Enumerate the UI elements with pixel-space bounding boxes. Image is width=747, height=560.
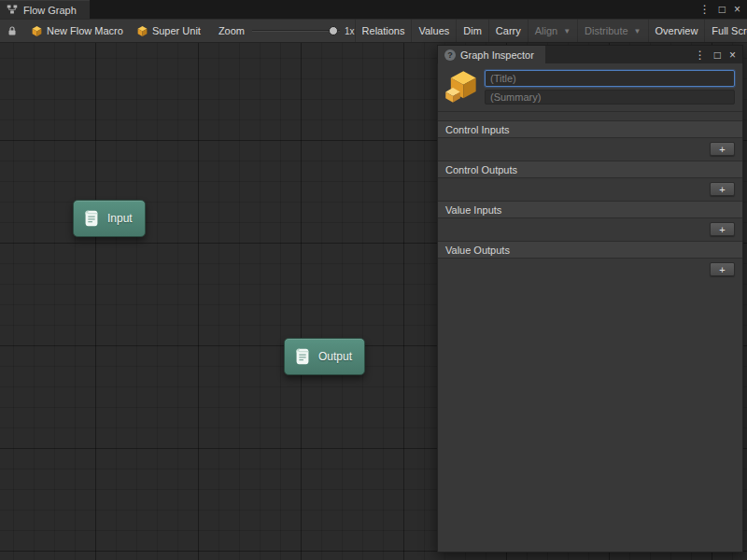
unit-scroll-icon [292, 346, 313, 367]
zoom-value: 1x [345, 26, 355, 36]
overview-button[interactable]: Overview [648, 20, 705, 42]
align-dropdown-arrow-icon: ▼ [563, 27, 571, 35]
window-close-icon[interactable]: × [734, 4, 740, 15]
window-controls: ⋮ □ × [699, 0, 747, 19]
node-input-label: Input [107, 212, 133, 225]
new-flow-macro-label: New Flow Macro [47, 25, 123, 36]
values-button[interactable]: Values [411, 20, 456, 42]
unity-window: Flow Graph ⋮ □ × [0, 0, 747, 560]
section-list: + [438, 178, 742, 200]
toolbar-right-group: Relations Values Dim Carry Align ▼ Distr… [355, 20, 747, 42]
zoom-slider-track [252, 30, 340, 32]
dim-label: Dim [463, 25, 482, 36]
graph-cubes-icon [444, 70, 479, 104]
graph-inspector-panel: ? Graph Inspector ⋮ □ × [437, 45, 743, 553]
section-value-inputs: Value Inputs + [438, 201, 742, 240]
titlebar: Flow Graph ⋮ □ × [0, 0, 747, 19]
full-screen-button[interactable]: Full Screen [704, 20, 747, 42]
lock-icon [7, 25, 19, 37]
section-header: Value Outputs [438, 241, 742, 259]
section-value-outputs: Value Outputs + [438, 241, 742, 280]
distribute-dropdown[interactable]: Distribute ▼ [577, 20, 647, 42]
super-unit-button[interactable]: Super Unit [130, 20, 207, 42]
inspector-header [438, 63, 742, 109]
relations-label: Relations [362, 25, 405, 36]
section-list: + [438, 218, 742, 240]
inspector-maximize-icon[interactable]: □ [714, 49, 721, 62]
zoom-label: Zoom [218, 25, 245, 36]
super-unit-cube-icon [136, 25, 148, 37]
inspector-controls: ⋮ □ × [695, 46, 742, 63]
zoom-slider[interactable] [252, 20, 340, 42]
zoom-slider-knob[interactable] [329, 26, 338, 35]
carry-button[interactable]: Carry [488, 20, 528, 42]
node-output-label: Output [318, 350, 352, 363]
section-control-inputs: Control Inputs + [438, 120, 742, 160]
full-screen-label: Full Screen [712, 25, 747, 36]
tab-graph-inspector[interactable]: ? Graph Inspector [438, 46, 545, 63]
section-label: Control Outputs [445, 164, 517, 175]
inspector-fields [485, 70, 735, 105]
tab-flow-graph[interactable]: Flow Graph [0, 0, 90, 19]
tab-title: Flow Graph [23, 5, 77, 16]
node-input[interactable]: Input [73, 200, 146, 237]
relations-button[interactable]: Relations [355, 20, 412, 42]
inspector-tabbar: ? Graph Inspector ⋮ □ × [437, 45, 743, 63]
window-menu-icon[interactable]: ⋮ [699, 4, 711, 15]
macro-cube-icon [31, 25, 43, 37]
section-header: Control Inputs [438, 120, 742, 138]
section-list: + [438, 138, 742, 160]
inspector-tab-title: Graph Inspector [460, 49, 534, 61]
dim-button[interactable]: Dim [456, 20, 488, 42]
add-value-output-button[interactable]: + [710, 262, 735, 276]
section-control-outputs: Control Outputs + [438, 161, 742, 200]
overview-label: Overview [655, 25, 698, 36]
section-label: Value Outputs [445, 245, 510, 256]
inspector-close-icon[interactable]: × [729, 49, 736, 62]
distribute-dropdown-arrow-icon: ▼ [634, 27, 641, 35]
toolbar: New Flow Macro Super Unit Zoom 1x Rel [0, 19, 747, 43]
super-unit-label: Super Unit [152, 25, 201, 36]
window-maximize-icon[interactable]: □ [719, 4, 726, 15]
add-value-input-button[interactable]: + [710, 222, 735, 236]
node-output[interactable]: Output [284, 338, 365, 375]
lock-button[interactable] [0, 20, 24, 42]
distribute-label: Distribute [585, 25, 627, 36]
title-input[interactable] [485, 70, 735, 87]
summary-input[interactable] [485, 90, 735, 105]
add-control-output-button[interactable]: + [710, 182, 735, 196]
help-icon: ? [444, 49, 456, 61]
inspector-body: Control Inputs + Control Outputs + Value… [437, 63, 743, 553]
section-header: Control Outputs [438, 161, 742, 178]
section-header: Value Inputs [438, 201, 742, 218]
align-dropdown[interactable]: Align ▼ [528, 20, 577, 42]
section-list: + [438, 259, 742, 280]
divider [438, 111, 742, 112]
align-label: Align [535, 25, 557, 36]
section-label: Value Inputs [445, 204, 501, 216]
inspector-menu-icon[interactable]: ⋮ [695, 49, 706, 62]
values-label: Values [418, 25, 449, 36]
carry-label: Carry [496, 25, 521, 36]
new-flow-macro-button[interactable]: New Flow Macro [24, 20, 130, 42]
flow-graph-icon [7, 4, 19, 16]
zoom-control: Zoom 1x [218, 20, 355, 42]
add-control-input-button[interactable]: + [710, 142, 735, 156]
unit-scroll-icon [81, 208, 102, 229]
section-label: Control Inputs [445, 124, 509, 135]
